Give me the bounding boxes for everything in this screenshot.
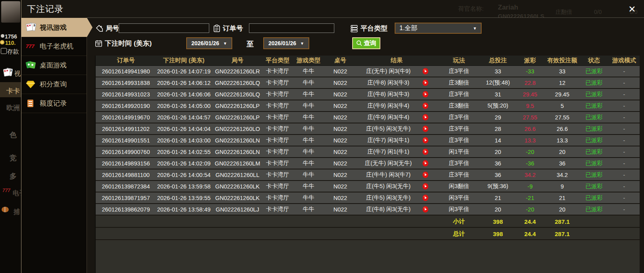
cell-play-type: 闲3翻倍 (438, 181, 480, 192)
header-result: 结果 (355, 56, 438, 65)
cell-platform-type: 卡卡湾厅 (263, 146, 292, 157)
cell-order-id: 260126139872384 (96, 181, 156, 192)
cell-round-id: GN022261260LO (212, 123, 263, 134)
date-to-select[interactable]: 2026/01/26 ▼ (263, 37, 309, 49)
cell-order-id: 260126149931023 (96, 89, 156, 100)
cell-valid-bet: 21 (544, 192, 580, 203)
header-total-bet: 总投注 (480, 56, 516, 65)
subtotal-row-cell (96, 216, 156, 227)
subtotal-row: 小计39824.4287.1 (96, 216, 640, 228)
query-button[interactable]: 查询 (352, 37, 380, 49)
cell-status: 已派彩 (580, 100, 608, 111)
result-text: 庄(牛9) 闲3(牛4) (358, 113, 419, 121)
result-text: 庄(牛8) 闲3(牛3) (358, 79, 419, 87)
date-from-select[interactable]: 2026/01/26 ▼ (186, 37, 232, 49)
total-row-cell: 287.1 (544, 229, 580, 239)
sidebar-item-points[interactable]: 积分查询 (21, 75, 87, 94)
lobby-text: 欧洲 (6, 103, 20, 112)
lobby-strip: 9K♥ 777 1756110.存款视卡卡欧洲色竞多电子捕 (0, 0, 21, 273)
sidebar-item-video-games[interactable]: 9K♥ 视讯游戏 (21, 18, 93, 37)
cell-valid-bet: 9 (544, 181, 580, 192)
replay-icon[interactable] (422, 137, 429, 144)
cell-game-mode: - (608, 192, 640, 203)
subtotal-row-cell (608, 216, 640, 227)
cell-platform-type: 卡卡湾厅 (263, 89, 292, 100)
subtotal-row-cell: 287.1 (544, 216, 580, 227)
replay-icon[interactable] (422, 79, 429, 86)
platform-select[interactable]: 1.全部 ▼ (395, 23, 482, 34)
order-input[interactable] (249, 23, 334, 33)
cell-game-type: 牛牛 (292, 112, 325, 123)
cell-status: 已派彩 (580, 158, 608, 169)
cell-result: 庄(牛5) 闲3(无牛) (355, 192, 438, 203)
replay-icon[interactable] (422, 91, 429, 98)
cell-table-no: N022 (325, 112, 355, 123)
cell-status: 已派彩 (580, 169, 608, 180)
avatar (1, 1, 20, 23)
table-row: 2601261398719572026-01-26 13:59:55GN0222… (96, 192, 640, 204)
replay-icon[interactable] (422, 183, 429, 190)
title-bar: 下注记录 ✕ (21, 0, 644, 17)
result-text: 庄(牛牛) 闲3(牛7) (358, 171, 419, 179)
cell-total-bet: 33 (480, 66, 516, 77)
sidebar-item-table-games[interactable]: 桌面游戏 (21, 56, 87, 75)
total-row-cell (355, 229, 438, 239)
cell-valid-bet: 36 (544, 158, 580, 169)
tag-icon (96, 25, 103, 32)
total-row-cell: 398 (480, 229, 516, 239)
cell-result: 庄(牛牛) 闲3(牛7) (355, 169, 438, 180)
cell-result: 庄(牛8) 闲3(无牛) (355, 204, 438, 215)
cell-table-no: N022 (325, 66, 355, 77)
cell-status: 已派彩 (580, 181, 608, 192)
replay-icon[interactable] (422, 102, 429, 109)
bet-time-label: 下注时间 (美东) (95, 39, 152, 48)
replay-icon[interactable] (422, 206, 429, 213)
close-icon[interactable]: ✕ (627, 4, 638, 15)
replay-icon[interactable] (422, 68, 429, 75)
result-text: 庄(牛9) 闲3(牛4) (358, 102, 419, 110)
cell-status: 已派彩 (580, 89, 608, 100)
subtotal-row-cell (212, 216, 263, 227)
search-icon (356, 40, 362, 46)
cell-order-id: 260126149881100 (96, 169, 156, 180)
screen: 9K♥ 777 1756110.存款视卡卡欧洲色竞多电子捕 荷官名称:Zaria… (0, 0, 644, 273)
cell-table-no: N022 (325, 135, 355, 146)
result-text: 庄(牛5) 闲3(无牛) (358, 183, 419, 190)
bet-records-dialog: 荷官名称:ZariahGN022261260LS20 - 50,0000庄翻倍0… (21, 0, 644, 273)
cell-bet-time: 2026-01-26 14:06:06 (156, 89, 212, 100)
table-row: 2601261398620792026-01-26 13:58:49GN0222… (96, 204, 640, 215)
video-games-icon: 9K♥ (3, 67, 13, 77)
table-row: 2601261499318382026-01-26 14:06:12GN0222… (96, 77, 640, 89)
replay-icon[interactable] (422, 171, 429, 178)
cell-order-id: 260126149941980 (96, 66, 156, 77)
total-row-cell: 总计 (438, 229, 480, 239)
cell-round-id: GN022261260LP (212, 112, 263, 123)
cell-play-type: 庄3平倍 (438, 135, 480, 146)
table-body: 2601261499419802026-01-26 14:07:19GN0222… (96, 66, 640, 240)
clipboard-icon (213, 25, 220, 33)
table-row: 2601261499201902026-01-26 14:05:00GN0222… (96, 100, 640, 112)
sidebar-item-label: 电子老虎机 (40, 42, 73, 51)
replay-icon[interactable] (422, 114, 429, 121)
cell-table-no: N022 (325, 100, 355, 111)
cell-status: 已派彩 (580, 146, 608, 157)
cell-status: 已派彩 (580, 123, 608, 134)
cell-game-mode: - (608, 123, 640, 134)
replay-icon[interactable] (422, 194, 429, 201)
round-input[interactable] (119, 23, 209, 33)
replay-icon[interactable] (422, 148, 429, 155)
cell-game-type: 牛牛 (292, 204, 325, 215)
sidebar-item-slots[interactable]: 777 电子老虎机 (21, 37, 87, 56)
sidebar-item-quota-records[interactable]: 额度记录 (21, 94, 87, 113)
order-label: 订单号 (213, 24, 243, 33)
table-cards-icon (26, 60, 36, 71)
replay-icon[interactable] (422, 160, 429, 167)
subtotal-row-cell (263, 216, 292, 227)
cell-valid-bet: 13.3 (544, 135, 580, 146)
subtotal-row-cell (580, 216, 608, 227)
replay-icon[interactable] (422, 125, 429, 132)
table-row: 2601261498811002026-01-26 14:00:54GN0222… (96, 169, 640, 181)
table: 订单号下注时间 (美东)局号平台类型游戏类型桌号结果玩法总投注派彩有效投注额状态… (95, 56, 640, 273)
cell-round-id: GN022261260LR (212, 66, 263, 77)
cell-valid-bet: 20 (544, 204, 580, 215)
